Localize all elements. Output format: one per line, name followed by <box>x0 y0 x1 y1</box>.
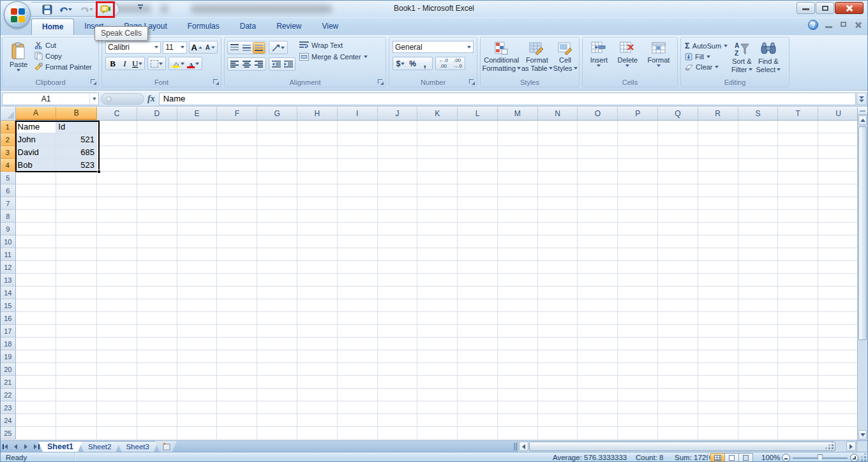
cell-C1[interactable] <box>97 121 137 133</box>
cell-S5[interactable] <box>738 172 779 184</box>
cell-U10[interactable] <box>818 235 858 248</box>
cell-D4[interactable] <box>137 159 177 172</box>
row-header-4[interactable]: 4 <box>1 159 16 172</box>
cell-M2[interactable] <box>498 133 538 146</box>
cell-E18[interactable] <box>177 338 218 350</box>
cell-A3[interactable]: David <box>16 146 57 159</box>
cell-T9[interactable] <box>778 223 818 235</box>
cell-U9[interactable] <box>818 223 858 235</box>
sheet-tab-sheet2[interactable]: Sheet2 <box>79 441 120 452</box>
cell-S17[interactable] <box>738 325 779 338</box>
cell-F1[interactable] <box>217 121 257 133</box>
cell-E11[interactable] <box>177 248 218 261</box>
cell-R22[interactable] <box>698 389 738 401</box>
cell-B12[interactable] <box>56 261 97 274</box>
cell-D22[interactable] <box>137 389 177 401</box>
row-header-7[interactable]: 7 <box>1 197 16 210</box>
cell-O21[interactable] <box>578 376 618 389</box>
cell-M17[interactable] <box>498 325 538 338</box>
cell-A16[interactable] <box>16 312 57 325</box>
cell-O8[interactable] <box>578 210 618 223</box>
cell-C21[interactable] <box>97 376 137 389</box>
cell-styles-button[interactable]: Cell Styles <box>553 40 578 72</box>
row-header-1[interactable]: 1 <box>1 121 16 133</box>
expand-formula-bar-button[interactable] <box>857 93 867 105</box>
cell-E6[interactable] <box>177 184 218 197</box>
cell-N22[interactable] <box>538 389 578 401</box>
cell-T25[interactable] <box>778 427 818 440</box>
cell-E22[interactable] <box>177 389 218 401</box>
first-sheet-button[interactable] <box>3 443 9 450</box>
cell-H18[interactable] <box>297 338 338 350</box>
cell-I8[interactable] <box>338 210 378 223</box>
cell-U5[interactable] <box>818 172 858 184</box>
cell-B2[interactable]: 521 <box>56 133 97 146</box>
scroll-left-button[interactable] <box>519 442 528 451</box>
cell-Q23[interactable] <box>658 401 698 414</box>
cell-N8[interactable] <box>538 210 578 223</box>
cell-O14[interactable] <box>578 287 618 299</box>
cell-G3[interactable] <box>257 146 297 159</box>
delete-cells-button[interactable]: Delete <box>617 40 638 67</box>
cell-R20[interactable] <box>698 363 738 376</box>
cell-D13[interactable] <box>137 274 177 287</box>
cell-N19[interactable] <box>538 350 578 363</box>
cell-N24[interactable] <box>538 414 578 427</box>
cell-K20[interactable] <box>417 363 458 376</box>
cell-E9[interactable] <box>177 223 218 235</box>
tab-home[interactable]: Home <box>31 19 74 35</box>
cell-D5[interactable] <box>137 172 177 184</box>
cell-F12[interactable] <box>217 261 257 274</box>
cell-F4[interactable] <box>217 159 257 172</box>
cell-N21[interactable] <box>538 376 578 389</box>
cell-G1[interactable] <box>257 121 297 133</box>
cell-L6[interactable] <box>458 184 498 197</box>
cell-F7[interactable] <box>217 197 257 210</box>
cell-K12[interactable] <box>417 261 458 274</box>
cell-A1[interactable]: Name <box>16 121 57 133</box>
cell-K5[interactable] <box>417 172 458 184</box>
cell-L9[interactable] <box>458 223 498 235</box>
cell-H20[interactable] <box>297 363 338 376</box>
cell-G13[interactable] <box>257 274 297 287</box>
cell-N7[interactable] <box>538 197 578 210</box>
undo-button[interactable] <box>56 3 75 15</box>
column-header-N[interactable]: N <box>538 107 578 120</box>
cell-C9[interactable] <box>97 223 137 235</box>
cell-S2[interactable] <box>738 133 779 146</box>
cell-N5[interactable] <box>538 172 578 184</box>
cell-Q3[interactable] <box>658 146 698 159</box>
row-header-19[interactable]: 19 <box>1 350 16 363</box>
cell-G24[interactable] <box>257 414 297 427</box>
cell-C3[interactable] <box>97 146 137 159</box>
cell-A23[interactable] <box>16 401 57 414</box>
cell-R1[interactable] <box>698 121 738 133</box>
cell-A6[interactable] <box>16 184 57 197</box>
cell-M12[interactable] <box>498 261 538 274</box>
cell-I12[interactable] <box>338 261 378 274</box>
cell-G7[interactable] <box>257 197 297 210</box>
cell-O17[interactable] <box>578 325 618 338</box>
cell-L3[interactable] <box>458 146 498 159</box>
row-header-9[interactable]: 9 <box>1 223 16 235</box>
cell-L15[interactable] <box>458 299 498 312</box>
cell-P22[interactable] <box>618 389 658 401</box>
cell-A13[interactable] <box>16 274 57 287</box>
number-dialog-launcher[interactable] <box>468 78 475 86</box>
last-sheet-button[interactable] <box>33 443 40 450</box>
cell-L23[interactable] <box>458 401 498 414</box>
cell-S4[interactable] <box>738 159 779 172</box>
cell-N25[interactable] <box>538 427 578 440</box>
cell-Q4[interactable] <box>658 159 698 172</box>
cell-R18[interactable] <box>698 338 738 350</box>
italic-button[interactable]: I <box>119 58 131 70</box>
grow-font-button[interactable]: A <box>190 41 204 53</box>
zoom-slider-thumb[interactable] <box>818 454 823 462</box>
row-header-21[interactable]: 21 <box>1 376 16 389</box>
orientation-button[interactable] <box>271 42 286 54</box>
cell-Q24[interactable] <box>658 414 698 427</box>
cell-F8[interactable] <box>217 210 257 223</box>
cell-K9[interactable] <box>417 223 458 235</box>
cell-B6[interactable] <box>56 184 97 197</box>
cell-C2[interactable] <box>97 133 137 146</box>
